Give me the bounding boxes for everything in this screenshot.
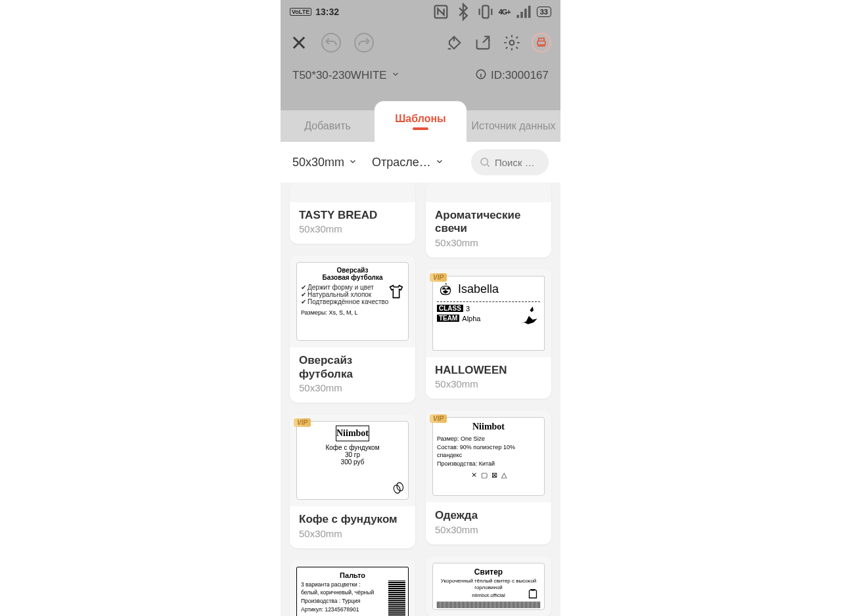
tab-datasource-label: Источник данных <box>471 120 555 132</box>
svg-point-2 <box>510 41 514 45</box>
tab-templates[interactable]: Шаблоны <box>375 101 466 142</box>
chevron-down-icon <box>435 156 444 169</box>
barcode-icon <box>388 581 405 616</box>
preview-text: Пальто <box>301 571 404 579</box>
template-card-tasty-bread[interactable]: TASTY BREAD 50x30mm <box>290 183 415 244</box>
editor-toolbar <box>281 24 560 62</box>
paint-bucket-icon[interactable] <box>445 33 463 52</box>
chevron-down-icon <box>391 69 400 82</box>
template-card-clothes[interactable]: VIP Niimbot Размер: One Size Состав: 90%… <box>426 410 551 544</box>
nfc-icon <box>432 3 450 21</box>
filter-bar: 50x30mm Отрасле… <box>281 142 560 183</box>
preview-text: Держит форму и цвет <box>307 284 374 291</box>
print-icon[interactable] <box>532 33 551 53</box>
tab-templates-label: Шаблоны <box>395 113 446 125</box>
search-field[interactable] <box>471 149 549 175</box>
preview-text: Alpha <box>462 315 480 322</box>
tab-active-indicator <box>413 127 428 130</box>
battery-indicator: 33 <box>537 7 551 17</box>
card-size: 50x30mm <box>435 378 542 389</box>
preview-text: Подтверждённое качество <box>307 298 388 305</box>
vip-badge: VIP <box>430 414 447 423</box>
industry-filter[interactable]: Отрасле… <box>372 156 444 169</box>
template-id[interactable]: ID:3000167 <box>475 68 549 83</box>
status-time: 13:32 <box>315 7 339 17</box>
template-card-halloween[interactable]: VIP Isabella CLASS3 TEAMAlpha <box>426 269 551 399</box>
preview-text: TEAM <box>437 315 459 322</box>
template-card-oversize[interactable]: Оверсайз Базовая футболка ✔Держит форму … <box>290 255 415 403</box>
care-icons: ⨯▢⊠△ <box>437 471 540 479</box>
preview-text: 3 <box>466 305 470 313</box>
panel-tabs: Добавить Шаблоны Источник данных <box>281 110 560 142</box>
search-icon <box>479 156 491 168</box>
card-title: Одежда <box>435 509 542 522</box>
preview-text: Базовая футболка <box>301 274 404 281</box>
tshirt-icon <box>387 282 405 302</box>
card-size: 50x30mm <box>299 223 406 234</box>
barcode-icon <box>437 602 540 608</box>
coffee-bean-icon <box>391 481 405 496</box>
templates-grid[interactable]: TASTY BREAD 50x30mm Оверсайз Базовая фут… <box>281 183 560 616</box>
export-icon[interactable] <box>474 33 492 52</box>
chevron-down-icon <box>348 156 357 169</box>
witch-icon <box>518 305 540 328</box>
template-card-coffee[interactable]: VIP Niimbot Кофе с фундуком 30 гр 300 ру… <box>290 414 415 548</box>
preview-text: Niimbot <box>437 422 540 432</box>
preview-text: niimbot.official <box>472 592 505 599</box>
preview-text: Кофе с фундуком <box>325 444 379 451</box>
svg-point-5 <box>481 158 488 165</box>
paper-size-picker[interactable]: T50*30-230WHITE <box>292 69 400 82</box>
card-title: Оверсайз футболка <box>299 354 406 381</box>
sweater-icon <box>526 587 540 603</box>
redo-icon[interactable] <box>354 33 374 53</box>
template-card-arom-svechi[interactable]: Ароматические свечи 50x30mm <box>426 183 551 257</box>
card-title: TASTY BREAD <box>299 209 406 222</box>
card-size: 50x30mm <box>435 524 542 535</box>
template-card-sweater[interactable]: Свитер Укороченный тёплый свитер с высок… <box>426 556 551 616</box>
phone-frame: VoLTE 13:32 4G+ 33 T50*30-230WHITE <box>281 0 560 616</box>
pumpkin-icon <box>437 280 454 299</box>
preview-text: Свитер <box>474 567 503 577</box>
card-size: 50x30mm <box>435 237 542 248</box>
preview-text: Niimbot <box>336 426 369 441</box>
preview-text: Состав: 90% полиэстер 10% спандекс <box>437 443 540 460</box>
template-id-label: ID:3000167 <box>491 69 549 82</box>
preview-text: Оверсайз <box>301 267 404 274</box>
close-icon[interactable] <box>290 33 308 52</box>
card-title: HALLOWEEN <box>435 364 542 377</box>
tab-datasource[interactable]: Источник данных <box>466 110 560 142</box>
bluetooth-icon <box>454 3 472 21</box>
preview-text: Isabella <box>458 282 499 296</box>
network-label: 4G+ <box>499 8 511 16</box>
preview-text: 300 руб <box>341 458 365 466</box>
search-input[interactable] <box>495 157 541 168</box>
svg-rect-3 <box>537 41 545 45</box>
preview-text: CLASS <box>437 305 463 312</box>
volte-badge: VoLTE <box>290 8 311 16</box>
paper-size-label: T50*30-230WHITE <box>292 69 387 82</box>
industry-filter-label: Отрасле… <box>372 156 431 169</box>
size-filter[interactable]: 50x30mm <box>292 156 357 169</box>
vip-badge: VIP <box>294 418 311 427</box>
card-size: 50x30mm <box>299 528 406 539</box>
svg-rect-1 <box>482 6 488 18</box>
vibrate-icon <box>476 3 495 21</box>
info-icon <box>475 68 487 83</box>
tab-add-label: Добавить <box>304 120 351 132</box>
preview-text: Укороченный тёплый свитер с высокой горл… <box>437 578 540 592</box>
preview-text: Размеры: Xs, S, M, L <box>301 309 404 316</box>
preview-text: Натуральный хлопок <box>307 291 371 298</box>
tab-add[interactable]: Добавить <box>281 110 375 142</box>
gear-icon[interactable] <box>503 33 521 52</box>
preview-text: Производства: Китай <box>437 460 540 468</box>
card-size: 50x30mm <box>299 382 406 393</box>
template-card-palto[interactable]: Пальто 3 варианта расцветки : белый, кор… <box>290 560 415 616</box>
size-filter-label: 50x30mm <box>292 156 344 169</box>
status-bar: VoLTE 13:32 4G+ 33 <box>281 0 560 24</box>
vip-badge: VIP <box>430 273 447 282</box>
signal-icon <box>514 3 533 21</box>
card-title: Кофе с фундуком <box>299 513 406 526</box>
undo-icon[interactable] <box>321 33 341 53</box>
paper-info-bar: T50*30-230WHITE ID:3000167 <box>281 62 560 89</box>
preview-text: Размер: One Size <box>437 435 540 443</box>
